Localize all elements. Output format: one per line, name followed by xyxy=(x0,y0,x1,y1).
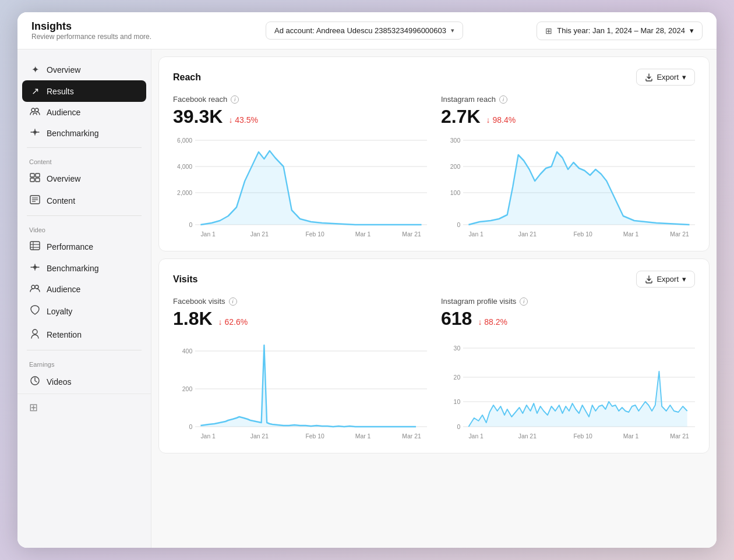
reach-export-button[interactable]: Export ▾ xyxy=(636,69,695,86)
info-icon-3: i xyxy=(229,297,237,306)
svg-text:Mar 1: Mar 1 xyxy=(623,433,639,440)
svg-text:0: 0 xyxy=(457,423,460,430)
svg-text:0: 0 xyxy=(189,221,192,228)
info-icon-2: i xyxy=(499,95,507,104)
instagram-reach-label-row: Instagram reach i xyxy=(441,95,695,104)
svg-text:Jan 21: Jan 21 xyxy=(518,231,537,238)
reach-panel-title: Reach xyxy=(173,72,201,83)
sidebar-item-audience[interactable]: Audience xyxy=(17,102,151,123)
svg-text:Mar 1: Mar 1 xyxy=(623,231,639,238)
svg-point-18 xyxy=(33,329,37,334)
facebook-reach-value-row: 39.3K 43.5% xyxy=(173,106,427,127)
sidebar-divider-3 xyxy=(27,350,142,350)
sidebar-item-overview[interactable]: ✦ Overview xyxy=(17,59,151,80)
svg-point-17 xyxy=(35,285,38,289)
sidebar-item-label: Retention xyxy=(47,330,82,339)
sidebar-item-benchmarking[interactable]: Benchmarking xyxy=(17,123,151,144)
sidebar-item-content-overview[interactable]: Overview xyxy=(17,168,151,190)
visits-metrics-row: Facebook visits i 1.8K 62.6% xyxy=(173,297,695,441)
ad-account-label: Ad account: Andreea Udescu 2385323499600… xyxy=(274,26,446,35)
sidebar-item-content[interactable]: Content xyxy=(17,190,151,212)
app-title: Insights Review performance results and … xyxy=(31,20,151,41)
svg-text:0: 0 xyxy=(189,423,192,430)
top-bar: Insights Review performance results and … xyxy=(17,12,717,49)
sidebar-item-label: Performance xyxy=(47,242,93,251)
visits-export-button[interactable]: Export ▾ xyxy=(636,271,695,288)
sidebar-item-label: Audience xyxy=(47,108,80,117)
svg-text:Jan 1: Jan 1 xyxy=(468,433,484,440)
sidebar-item-video-audience[interactable]: Audience xyxy=(17,279,151,300)
instagram-visits-block: Instagram profile visits i 618 88.2% xyxy=(441,297,695,441)
sidebar-divider-1 xyxy=(27,147,142,148)
reach-panel: Reach Export ▾ Facebook reach i xyxy=(158,56,710,251)
sidebar-item-label: Overview xyxy=(47,174,80,183)
sidebar-item-label: Loyalty xyxy=(47,307,72,316)
sidebar-item-video-performance[interactable]: Performance xyxy=(17,236,151,258)
reach-metrics-row: Facebook reach i 39.3K 43.5% xyxy=(173,95,695,239)
main-body: ✦ Overview ↗ Results Audience Benchm xyxy=(17,49,717,548)
sidebar-item-video-loyalty[interactable]: Loyalty xyxy=(17,300,151,323)
loyalty-icon xyxy=(29,305,41,318)
video-section-label: Video xyxy=(17,219,151,236)
reach-export-label: Export xyxy=(657,73,679,81)
sidebar-item-results[interactable]: ↗ Results xyxy=(22,80,146,102)
date-range-selector[interactable]: ⊞ This year: Jan 1, 2024 – Mar 28, 2024 … xyxy=(537,22,703,40)
svg-text:0: 0 xyxy=(457,221,460,228)
app-name: Insights xyxy=(31,20,151,33)
instagram-reach-change: 98.4% xyxy=(486,115,516,125)
export-chevron-icon-2: ▾ xyxy=(682,275,686,283)
video-performance-icon xyxy=(29,241,41,253)
svg-text:100: 100 xyxy=(450,189,460,196)
instagram-visits-label-row: Instagram profile visits i xyxy=(441,297,695,306)
audience-icon xyxy=(29,107,41,118)
svg-rect-11 xyxy=(30,242,40,250)
earnings-section-label: Earnings xyxy=(17,354,151,370)
svg-point-1 xyxy=(35,108,38,112)
sidebar-item-label: Content xyxy=(47,196,75,205)
facebook-reach-change: 43.5% xyxy=(228,115,258,125)
sidebar-item-label: Overview xyxy=(47,65,80,75)
svg-marker-33 xyxy=(200,151,421,225)
sidebar: ✦ Overview ↗ Results Audience Benchm xyxy=(17,49,151,548)
svg-text:Feb 10: Feb 10 xyxy=(305,433,324,440)
chevron-down-icon: ▾ xyxy=(451,27,454,34)
svg-text:2,000: 2,000 xyxy=(177,189,192,196)
svg-marker-59 xyxy=(200,345,416,427)
instagram-reach-block: Instagram reach i 2.7K 98.4% xyxy=(441,95,695,239)
ad-account-selector[interactable]: Ad account: Andreea Udescu 2385323499600… xyxy=(266,22,463,40)
svg-text:Jan 21: Jan 21 xyxy=(518,433,537,440)
chevron-down-icon-2: ▾ xyxy=(690,26,694,35)
svg-text:4,000: 4,000 xyxy=(177,163,192,170)
facebook-reach-value: 39.3K xyxy=(173,106,223,127)
svg-marker-47 xyxy=(468,152,689,225)
instagram-visits-chart: 30 20 10 0 Jan 1 Jan 21 Feb 10 Mar 1 Mar… xyxy=(441,336,695,441)
sidebar-item-video-retention[interactable]: Retention xyxy=(17,323,151,346)
instagram-visits-value-row: 618 88.2% xyxy=(441,308,695,329)
overview-icon: ✦ xyxy=(29,64,41,75)
content-section-label: Content xyxy=(17,151,151,168)
facebook-visits-change: 62.6% xyxy=(218,317,248,327)
content-overview-icon xyxy=(29,173,41,185)
instagram-visits-change: 88.2% xyxy=(478,317,507,327)
sidebar-item-label: Audience xyxy=(47,285,80,294)
video-audience-icon xyxy=(29,284,41,295)
export-chevron-icon: ▾ xyxy=(682,73,686,81)
svg-text:200: 200 xyxy=(450,163,460,170)
reach-panel-header: Reach Export ▾ xyxy=(173,69,695,86)
svg-text:Mar 1: Mar 1 xyxy=(355,433,371,440)
app-subtitle: Review performance results and more. xyxy=(31,33,151,41)
collapse-icon[interactable]: ⊞ xyxy=(29,401,38,414)
facebook-visits-value-row: 1.8K 62.6% xyxy=(173,308,427,329)
sidebar-item-videos[interactable]: Videos xyxy=(17,370,151,394)
visits-panel-title: Visits xyxy=(173,274,197,285)
content-icon xyxy=(29,195,41,207)
instagram-reach-label: Instagram reach xyxy=(441,95,496,104)
svg-text:Jan 1: Jan 1 xyxy=(468,231,484,238)
video-benchmarking-icon xyxy=(29,263,41,274)
svg-point-0 xyxy=(31,108,35,112)
facebook-reach-label: Facebook reach xyxy=(173,95,227,104)
facebook-reach-block: Facebook reach i 39.3K 43.5% xyxy=(173,95,427,239)
sidebar-bottom: ⊞ xyxy=(17,394,151,421)
sidebar-item-video-benchmarking[interactable]: Benchmarking xyxy=(17,258,151,279)
info-icon-4: i xyxy=(520,297,528,306)
